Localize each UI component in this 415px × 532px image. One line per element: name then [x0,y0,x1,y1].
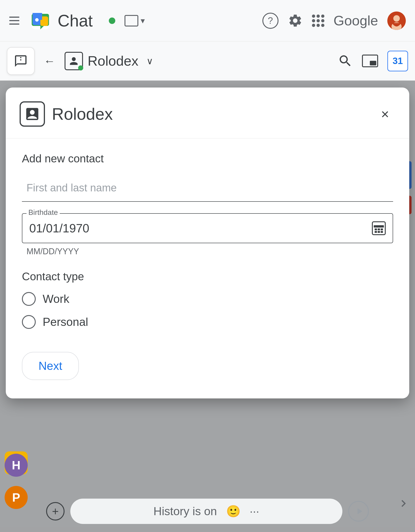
chat-logo-icon [30,10,51,31]
svg-point-5 [393,15,400,22]
sub-navigation-bar: ← Rolodex ∨ 31 [0,41,415,81]
rolodex-modal: Rolodex × Add new contact Birthdate 01/0… [6,87,409,399]
birthdate-input-container[interactable]: 01/01/1970 [22,213,393,243]
modal-title-text: Rolodex [52,104,377,124]
calendar-picker-icon[interactable] [372,221,386,235]
svg-point-3 [35,18,39,21]
online-status-dot [78,66,83,70]
rolodex-contact-icon [65,52,83,70]
topbar-right: ? Google [262,11,406,30]
main-content-area: Rolodex × Add new contact Birthdate 01/0… [0,81,415,532]
add-contact-section-title: Add new contact [22,152,393,165]
window-icon [125,15,138,27]
user-avatar[interactable] [387,11,406,30]
birthdate-field-wrapper: Birthdate 01/01/1970 [22,213,393,256]
scroll-right-button[interactable] [396,496,410,511]
modal-logo-icon [20,101,45,127]
send-message-button[interactable] [348,501,369,522]
apps-grid-icon[interactable] [312,15,324,27]
modal-overlay: Rolodex × Add new contact Birthdate 01/0… [0,81,415,532]
contact-type-label: Contact type [22,270,393,283]
modal-body: Add new contact Birthdate 01/01/1970 [6,138,409,399]
google-brand-text: Google [334,13,378,28]
back-button[interactable]: ← [44,54,55,68]
sidebar-avatar-h[interactable]: H [5,454,28,477]
history-status-text: History is on [154,504,217,518]
status-indicator [109,18,115,24]
top-bar: Chat ▾ ? Google [0,0,415,41]
modal-header: Rolodex × [6,87,409,138]
compose-button[interactable] [7,47,35,75]
radio-personal-circle [22,315,36,329]
chat-input-area: + History is on 🙂 ··· [46,499,369,524]
birthdate-label: Birthdate [27,208,60,217]
hamburger-menu[interactable] [9,14,23,28]
app-title: Chat [58,11,93,30]
calendar-icon[interactable]: 31 [387,51,408,71]
birthdate-value: 01/01/1970 [29,221,89,235]
window-mode-toggle[interactable]: ▾ [125,15,145,27]
page-identity: Rolodex ∨ [65,52,153,70]
radio-personal-label: Personal [43,315,88,329]
more-options-button[interactable]: ··· [250,504,259,518]
help-icon[interactable]: ? [262,13,278,29]
page-title: Rolodex [88,53,138,69]
name-input[interactable] [22,174,393,202]
modal-close-button[interactable]: × [377,106,393,122]
add-attachment-button[interactable]: + [46,502,65,521]
radio-option-work[interactable]: Work [22,292,393,306]
sidebar-avatar-p[interactable]: P [5,486,28,509]
emoji-button[interactable]: 🙂 [226,504,240,518]
sidebar-user-avatars: H P [5,454,28,509]
settings-icon[interactable] [288,13,303,28]
subbar-right: 31 [338,51,408,71]
next-button[interactable]: Next [22,352,79,380]
pip-icon[interactable] [362,55,378,67]
radio-work-label: Work [43,292,69,306]
radio-work-circle [22,292,36,306]
radio-option-personal[interactable]: Personal [22,315,393,329]
page-dropdown-arrow[interactable]: ∨ [146,56,153,66]
chat-input-pill[interactable]: History is on 🙂 ··· [70,499,342,524]
date-format-hint: MM/DD/YYYY [27,247,393,256]
window-dropdown-arrow: ▾ [141,16,145,26]
search-icon[interactable] [338,53,353,68]
